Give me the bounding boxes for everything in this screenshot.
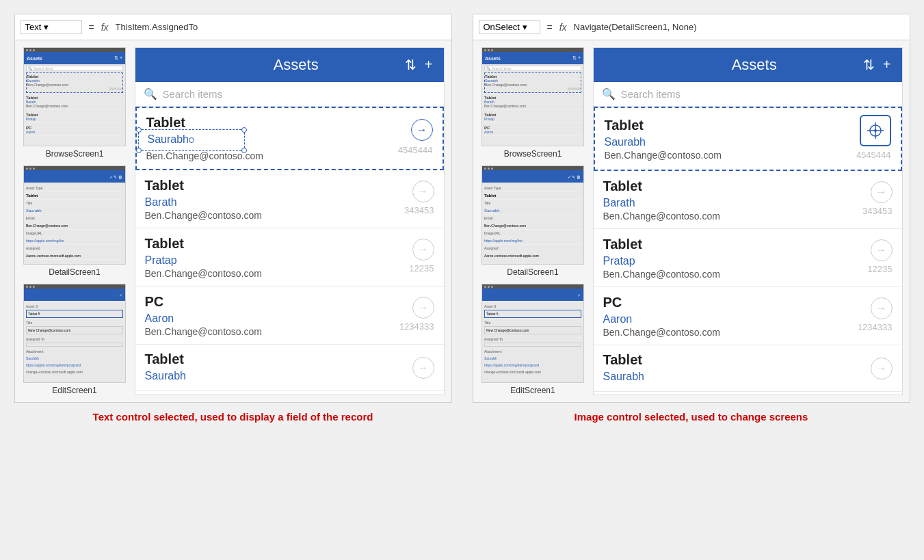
main-container: Text ▾ = fx Assets <box>14 14 910 403</box>
list-item-content-2-right: Tablet Pratap Ben.Change@contoso.com <box>603 237 864 280</box>
screens-sidebar-right: Assets ⇅ + 🔍 Search items Tablet Saurabh… <box>480 47 586 395</box>
item-number-0-right: 4545444 <box>856 150 891 163</box>
panel-body-left: Assets ⇅ + 🔍 Search items Tablet Saurabh… <box>15 40 451 402</box>
formula-input-right[interactable] <box>574 22 904 32</box>
search-bar-right[interactable]: 🔍 Search items <box>594 82 902 107</box>
item-number-1-left: 343453 <box>404 205 434 218</box>
search-bar-left[interactable]: 🔍 Search items <box>135 82 444 107</box>
item-number-3-right: 1234333 <box>858 322 893 335</box>
edit-screen-thumb-right[interactable]: ‹ Assets ✓ Asset S Tablet 5 Title New Ch… <box>480 284 586 395</box>
item-assigned-3-right: Aaron <box>603 313 858 325</box>
list-item-content-0-left: Tablet Saurabh <box>146 115 398 162</box>
browse-screen-thumb-left[interactable]: Assets ⇅ + 🔍 Search items Tablet Saurabh… <box>22 47 128 159</box>
item-arrow-4-right[interactable]: → <box>871 358 893 379</box>
item-arrow-0-left[interactable]: → <box>411 119 433 141</box>
list-item-2-right[interactable]: Tablet Pratap Ben.Change@contoso.com → 1… <box>594 229 902 287</box>
detail-screen-box-right: ‹ Assets ✓ ✎ 🗑 Asset Type Tablet Title S… <box>481 165 584 265</box>
list-item-1-left[interactable]: Tablet Barath Ben.Change@contoso.com → 3… <box>135 170 444 228</box>
browse-screen-thumb-right[interactable]: Assets ⇅ + 🔍 Search items Tablet Saurabh… <box>480 47 586 159</box>
edit-screen-thumb-left[interactable]: ‹ Assets ✓ Asset S Tablet 5 Title New Ch… <box>22 284 128 395</box>
right-panel: OnSelect ▾ = fx Asset <box>473 14 910 403</box>
list-item-1-right[interactable]: Tablet Barath Ben.Change@contoso.com → 3… <box>594 171 902 229</box>
list-item-content-0-right: Tablet Saurabh Ben.Change@contoso.com <box>605 118 853 161</box>
add-icon-left: + <box>425 57 433 73</box>
dropdown-arrow-right: ▾ <box>523 22 527 32</box>
item-title-1-right: Tablet <box>603 178 863 194</box>
app-title-right: Assets <box>646 56 863 74</box>
item-title-4-left: Tablet <box>145 351 406 367</box>
item-number-0-left: 4545444 <box>398 145 433 158</box>
item-assigned-3-left: Aaron <box>145 312 399 325</box>
item-email-3-left: Ben.Change@contoso.com <box>145 326 399 337</box>
list-item-content-4-right: Tablet Saurabh <box>603 352 864 384</box>
list-item-content-4-left: Tablet Saurabh <box>145 351 406 384</box>
item-assigned-4-left: Saurabh <box>145 370 406 382</box>
list-item-4-left[interactable]: Tablet Saurabh → <box>135 345 444 391</box>
app-header-left: Assets ⇅ + <box>135 48 444 82</box>
formula-input-left[interactable] <box>116 22 446 32</box>
item-arrow-4-left[interactable]: → <box>412 357 434 379</box>
caption-left: Text control selected, used to display a… <box>14 411 452 423</box>
list-item-4-right[interactable]: Tablet Saurabh → <box>594 345 902 392</box>
item-arrow-3-left[interactable]: → <box>412 297 434 319</box>
captions: Text control selected, used to display a… <box>14 411 910 423</box>
detail-screen-label-right: DetailScreen1 <box>507 267 558 277</box>
list-item-3-right[interactable]: PC Aaron Ben.Change@contoso.com → 123433… <box>594 287 902 345</box>
detail-screen-label-left: DetailScreen1 <box>49 267 100 277</box>
sort-icon-right: ⇅ <box>863 57 875 73</box>
dropdown-value-left: Text <box>25 22 42 32</box>
item-email-2-right: Ben.Change@contoso.com <box>603 269 864 280</box>
add-icon-right: + <box>883 57 891 73</box>
property-dropdown-left[interactable]: Text ▾ <box>21 20 82 34</box>
item-title-2-right: Tablet <box>603 237 864 252</box>
dropdown-value-right: OnSelect <box>484 22 520 32</box>
item-assigned-1-left: Barath <box>145 196 405 209</box>
browse-screen-label-right: BrowseScreen1 <box>504 149 562 159</box>
detail-screen-box-left: ‹ Assets ✓ ✎ 🗑 Asset Type Tablet Title S… <box>23 165 126 265</box>
item-assigned-0-right: Saurabh <box>605 136 853 148</box>
formula-bar-right: OnSelect ▾ = fx <box>473 14 910 40</box>
list-item-0-left[interactable]: Tablet Saurabh <box>135 107 444 170</box>
search-icon-right: 🔍 <box>602 88 616 101</box>
detail-screen-thumb-left[interactable]: ‹ Assets ✓ ✎ 🗑 Asset Type Tablet Title S… <box>22 165 128 277</box>
edit-screen-box-right: ‹ Assets ✓ Asset S Tablet 5 Title New Ch… <box>481 284 584 383</box>
item-email-2-left: Ben.Change@contoso.com <box>145 268 406 279</box>
item-email-3-right: Ben.Change@contoso.com <box>603 327 858 338</box>
item-title-3-right: PC <box>603 295 858 310</box>
item-assigned-2-left: Pratap <box>145 254 406 267</box>
panel-body-right: Assets ⇅ + 🔍 Search items Tablet Saurabh… <box>473 40 910 402</box>
list-item-0-right[interactable]: Tablet Saurabh Ben.Change@contoso.com <box>594 107 902 171</box>
left-panel: Text ▾ = fx Assets <box>14 14 452 403</box>
app-header-icons-right: ⇅ + <box>863 57 891 73</box>
item-assigned-2-right: Pratap <box>603 255 864 267</box>
item-email-0-left: Ben.Change@contoso.com <box>146 150 263 161</box>
list-item-content-1-left: Tablet Barath Ben.Change@contoso.com <box>145 178 405 221</box>
detail-screen-thumb-right[interactable]: ‹ Assets ✓ ✎ 🗑 Asset Type Tablet Title S… <box>480 165 586 277</box>
item-arrow-3-right[interactable]: → <box>871 297 893 319</box>
list-item-2-left[interactable]: Tablet Pratap Ben.Change@contoso.com → 1… <box>135 228 444 286</box>
list-item-content-3-left: PC Aaron Ben.Change@contoso.com <box>145 294 399 337</box>
edit-screen-label-left: EditScreen1 <box>52 386 96 395</box>
image-control-icon-right[interactable] <box>860 115 891 146</box>
property-dropdown-right[interactable]: OnSelect ▾ <box>479 20 540 34</box>
sort-icon-left: ⇅ <box>405 57 417 73</box>
item-title-0-left: Tablet <box>146 115 398 131</box>
item-title-0-right: Tablet <box>605 118 853 133</box>
browse-screen-label-left: BrowseScreen1 <box>46 149 104 159</box>
app-title-left: Assets <box>187 56 405 74</box>
item-title-4-right: Tablet <box>603 352 864 368</box>
item-arrow-2-left[interactable]: → <box>412 239 434 261</box>
item-arrow-2-right[interactable]: → <box>871 239 893 261</box>
list-item-3-left[interactable]: PC Aaron Ben.Change@contoso.com → 123433… <box>135 286 444 345</box>
item-number-3-left: 1234333 <box>399 321 434 334</box>
list-item-content-3-right: PC Aaron Ben.Change@contoso.com <box>603 295 858 338</box>
item-arrow-1-left[interactable]: → <box>412 181 434 202</box>
app-preview-right: Assets ⇅ + 🔍 Search items Tablet Saurabh <box>593 47 903 395</box>
item-title-3-left: PC <box>145 294 399 310</box>
dropdown-arrow-left: ▾ <box>44 22 49 32</box>
app-preview-left: Assets ⇅ + 🔍 Search items Tablet Sau <box>135 47 445 395</box>
item-arrow-1-right[interactable]: → <box>871 181 893 203</box>
svg-point-3 <box>874 129 877 132</box>
list-item-content-2-left: Tablet Pratap Ben.Change@contoso.com <box>145 236 406 279</box>
item-title-1-left: Tablet <box>145 178 405 194</box>
